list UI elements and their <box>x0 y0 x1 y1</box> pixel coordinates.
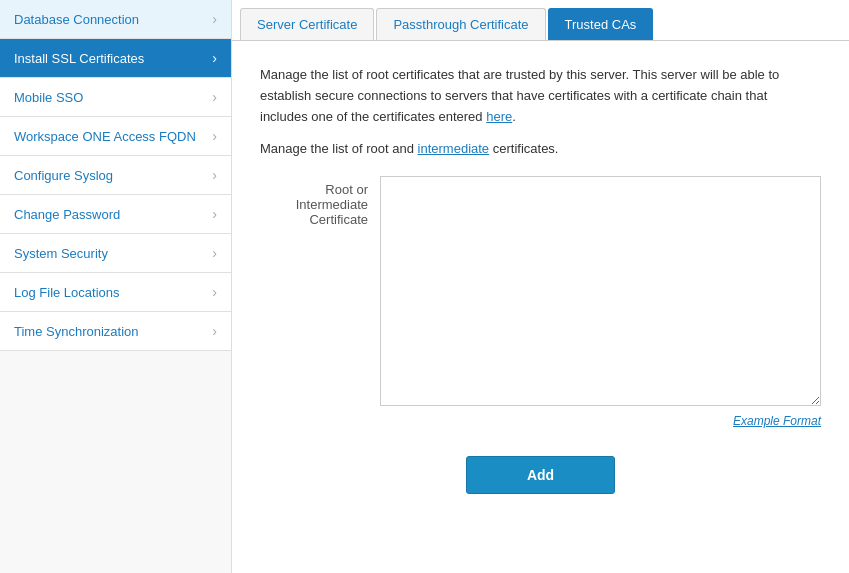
sidebar-item-label: Change Password <box>14 207 212 222</box>
sidebar-item-label: Workspace ONE Access FQDN <box>14 129 212 144</box>
sidebar-item-log-file-locations[interactable]: Log File Locations › <box>0 273 231 312</box>
chevron-right-icon: › <box>212 128 217 144</box>
sidebar-item-label: Configure Syslog <box>14 168 212 183</box>
chevron-right-icon: › <box>212 206 217 222</box>
content-area: Manage the list of root certificates tha… <box>232 41 849 573</box>
main-content: Server CertificatePassthrough Certificat… <box>232 0 849 573</box>
certificate-field-label: Root orIntermediateCertificate <box>260 176 380 227</box>
chevron-right-icon: › <box>212 245 217 261</box>
tab-trusted-cas[interactable]: Trusted CAs <box>548 8 654 40</box>
sidebar-item-mobile-sso[interactable]: Mobile SSO › <box>0 78 231 117</box>
sidebar-item-label: Log File Locations <box>14 285 212 300</box>
intermediate-link[interactable]: intermediate <box>418 141 490 156</box>
sidebar-item-change-password[interactable]: Change Password › <box>0 195 231 234</box>
sidebar: Database Connection › Install SSL Certif… <box>0 0 232 573</box>
tabs-bar: Server CertificatePassthrough Certificat… <box>232 0 849 41</box>
sidebar-item-install-ssl-certificates[interactable]: Install SSL Certificates › <box>0 39 231 78</box>
tab-server-certificate[interactable]: Server Certificate <box>240 8 374 40</box>
chevron-right-icon: › <box>212 50 217 66</box>
certificate-textarea[interactable] <box>380 176 821 406</box>
certificate-field-row: Root orIntermediateCertificate <box>260 176 821 406</box>
example-format-row: Example Format <box>260 414 821 428</box>
sidebar-item-time-synchronization[interactable]: Time Synchronization › <box>0 312 231 351</box>
description-text-1: Manage the list of root certificates tha… <box>260 67 779 124</box>
description-text-1-end: . <box>512 109 516 124</box>
add-button-row: Add <box>260 446 821 494</box>
sidebar-item-workspace-one-access-fqdn[interactable]: Workspace ONE Access FQDN › <box>0 117 231 156</box>
sidebar-item-label: Time Synchronization <box>14 324 212 339</box>
description-paragraph-1: Manage the list of root certificates tha… <box>260 65 780 127</box>
sidebar-item-label: Database Connection <box>14 12 212 27</box>
here-link[interactable]: here <box>486 109 512 124</box>
sidebar-item-label: Install SSL Certificates <box>14 51 212 66</box>
chevron-right-icon: › <box>212 11 217 27</box>
tab-passthrough-certificate[interactable]: Passthrough Certificate <box>376 8 545 40</box>
chevron-right-icon: › <box>212 167 217 183</box>
description-text-2-post: certificates. <box>493 141 559 156</box>
sidebar-item-label: System Security <box>14 246 212 261</box>
sidebar-item-database-connection[interactable]: Database Connection › <box>0 0 231 39</box>
chevron-right-icon: › <box>212 284 217 300</box>
example-format-link[interactable]: Example Format <box>733 414 821 428</box>
sidebar-item-configure-syslog[interactable]: Configure Syslog › <box>0 156 231 195</box>
sidebar-item-system-security[interactable]: System Security › <box>0 234 231 273</box>
add-button[interactable]: Add <box>466 456 615 494</box>
chevron-right-icon: › <box>212 323 217 339</box>
sidebar-item-label: Mobile SSO <box>14 90 212 105</box>
description-text-2-pre: Manage the list of root and <box>260 141 414 156</box>
description-paragraph-2: Manage the list of root and intermediate… <box>260 141 821 156</box>
chevron-right-icon: › <box>212 89 217 105</box>
